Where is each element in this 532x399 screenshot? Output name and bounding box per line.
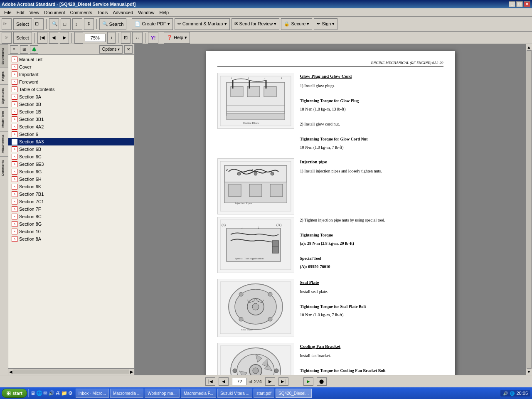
taskbar-icon-1[interactable]: 🖥 [30, 390, 35, 396]
bm-list-view-button[interactable]: ≡ [10, 45, 18, 54]
bookmark-8a[interactable]: A Section 8A [8, 235, 134, 243]
bookmark-7b1[interactable]: A Section 7B1 [8, 190, 134, 198]
fit-page-button[interactable]: ⊡ [121, 32, 131, 44]
prev-page-button[interactable]: ◀ [219, 377, 229, 386]
taskbar-macromedia2[interactable]: Macromedia F... [181, 389, 216, 398]
menu-document[interactable]: Document [42, 9, 67, 16]
bookmark-0b[interactable]: A Section 0B [8, 101, 134, 108]
taskbar-macromedia1[interactable]: Macromedia ... [110, 389, 143, 398]
signatures-tab[interactable]: Signatures [0, 84, 8, 107]
menu-view[interactable]: View [27, 9, 42, 16]
bookmark-10[interactable]: A Section 10 [8, 228, 134, 235]
taskbar-suzuki[interactable]: Suzuki Vitara ... [217, 389, 252, 398]
send-review-button[interactable]: ✉ Send for Review ▾ [232, 18, 280, 30]
menu-tools[interactable]: Tools [95, 9, 111, 16]
start-button[interactable]: ⊞ start [2, 389, 27, 398]
zoom-in-button[interactable]: 🔍 [49, 18, 59, 30]
select-tool-2[interactable]: Select [13, 32, 32, 44]
taskbar-icon-7[interactable]: ⚙ [68, 390, 73, 396]
taskbar-icon-2[interactable]: 🌐 [36, 390, 42, 396]
bookmark-6a3[interactable]: A Section 6A3 [8, 138, 134, 145]
help-button[interactable]: ❓ Help ▾ [164, 32, 190, 44]
hand-tool-button[interactable]: ☞ [2, 18, 12, 30]
bookmark-8c[interactable]: A Section 8C [8, 213, 134, 220]
bookmark-6c[interactable]: A Section 6C [8, 153, 134, 160]
tray-icon-1[interactable]: 🔊 [503, 391, 508, 396]
fit-button[interactable]: ↕ [72, 18, 82, 30]
scroll-down-button[interactable]: ▼ [527, 369, 531, 374]
bookmarks-tab[interactable]: Bookmarks [0, 44, 8, 68]
menu-comments[interactable]: Comments [68, 9, 95, 16]
pdf-area[interactable]: ▲ ▼ ENGINE MECHANICAL (RF ENGINE) 6A3-29 [135, 44, 532, 375]
scroll-left-button[interactable]: ◀ [9, 369, 12, 374]
maximize-button[interactable]: □ [516, 1, 523, 7]
bookmark-cover[interactable]: A Cover [8, 63, 134, 71]
zoom-in-button-2[interactable]: + [107, 32, 116, 44]
taskbar-icon-5[interactable]: 🖨 [55, 390, 60, 396]
menu-window[interactable]: Window [135, 9, 157, 16]
comment-markup-button[interactable]: ✏ Comment & Markup ▾ [175, 18, 230, 30]
attachments-tab[interactable]: Attachments [0, 131, 8, 156]
stop-button[interactable]: ⬤ [317, 377, 327, 386]
bookmark-6b[interactable]: A Section 6B [8, 145, 134, 153]
taskbar-icon-6[interactable]: 📁 [61, 390, 67, 396]
bookmark-1b[interactable]: A Section 1B [8, 108, 134, 116]
menu-edit[interactable]: Edit [14, 9, 27, 16]
bookmark-3b1[interactable]: A Section 3B1 [8, 116, 134, 123]
bookmark-toc[interactable]: A Table of Contents [8, 86, 134, 93]
select-tool-button[interactable]: Select [13, 18, 32, 30]
bookmark-0a[interactable]: A Section 0A [8, 93, 134, 101]
bookmark-6h[interactable]: A Section 6H [8, 175, 134, 183]
select-image-button[interactable]: ⊡ [34, 18, 44, 30]
tray-icon-2[interactable]: 🌐 [510, 391, 515, 396]
search-button[interactable]: 🔍 Search [99, 18, 127, 30]
next-page-toolbar[interactable]: ▶ [60, 32, 69, 44]
zoom-out-button[interactable]: − [74, 32, 83, 44]
play-button[interactable]: ▶ [303, 377, 313, 386]
hand-tool-2[interactable]: ☞ [2, 32, 12, 44]
menu-file[interactable]: File [2, 9, 14, 16]
model-tree-tab[interactable]: Model Tree [0, 107, 8, 131]
menu-advanced[interactable]: Advanced [110, 9, 135, 16]
bm-tree-view-button[interactable]: 🌲 [30, 45, 38, 54]
pages-tab[interactable]: Pages [0, 68, 8, 84]
taskbar-sq420[interactable]: SQ420_Diesel... [276, 389, 312, 398]
zoom-input[interactable] [85, 34, 106, 42]
taskbar-icon-4[interactable]: 🔊 [48, 390, 54, 396]
menu-help[interactable]: Help [157, 9, 171, 16]
taskbar-startpdf[interactable]: start.pdf [254, 389, 274, 398]
minimize-button[interactable]: _ [509, 1, 515, 7]
first-page-toolbar[interactable]: |◀ [37, 32, 48, 44]
page-number-input[interactable] [232, 378, 247, 385]
next-page-button[interactable]: ▶ [265, 377, 275, 386]
zoom-box-button[interactable]: □ [61, 18, 71, 30]
bookmark-6k[interactable]: A Section 6K [8, 183, 134, 190]
taskbar-icon-3[interactable]: ✉ [43, 390, 47, 396]
close-button[interactable]: ✕ [524, 1, 530, 7]
bookmark-foreword[interactable]: A Foreword [8, 78, 134, 86]
options-button[interactable]: Options ▾ [99, 45, 123, 54]
bm-detail-view-button[interactable]: ⊞ [20, 45, 28, 54]
sign-button[interactable]: ✒ Sign ▾ [314, 18, 337, 30]
bookmark-manual-list[interactable]: A Manual List [8, 56, 134, 63]
fit-width-button[interactable]: ↔ [132, 32, 143, 44]
bookmark-7f[interactable]: A Section 7F [8, 205, 134, 213]
bookmark-8g[interactable]: A Section 8G [8, 220, 134, 228]
bookmark-6g[interactable]: A Section 6G [8, 168, 134, 175]
scroll-up-button[interactable]: ▲ [527, 45, 531, 49]
bookmark-7c1[interactable]: A Section 7C1 [8, 198, 134, 205]
yahoo-button[interactable]: Y! [148, 32, 158, 44]
last-page-button[interactable]: ▶| [278, 377, 288, 386]
create-pdf-button[interactable]: 📄 Create PDF ▾ [132, 18, 172, 30]
secure-button[interactable]: 🔒 Secure ▾ [281, 18, 312, 30]
scroll-button[interactable]: ⇕ [84, 18, 94, 30]
taskbar-workshop[interactable]: Workshop ma... [145, 389, 180, 398]
prev-page-toolbar[interactable]: ◀ [49, 32, 58, 44]
bookmark-6[interactable]: A Section 6 [8, 131, 134, 138]
taskbar-inbox[interactable]: Inbox - Micro... [76, 389, 109, 398]
bookmark-6e3[interactable]: A Section 6E3 [8, 160, 134, 168]
bookmark-important[interactable]: A Important [8, 71, 134, 78]
bookmark-4a2[interactable]: A Section 4A2 [8, 123, 134, 131]
scroll-right-button[interactable]: ▶ [130, 369, 133, 374]
first-page-button[interactable]: |◀ [205, 377, 215, 386]
